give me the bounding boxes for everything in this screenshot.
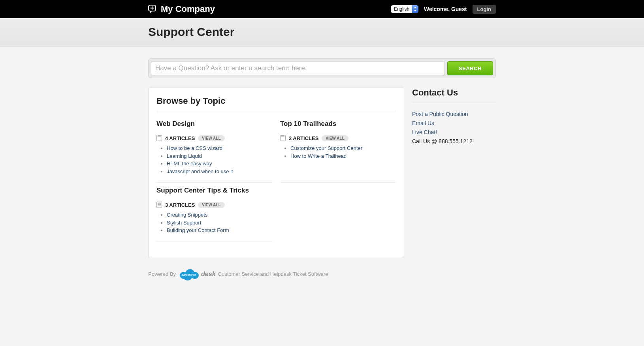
search-button[interactable]: SEARCH bbox=[447, 61, 493, 75]
article-link[interactable]: How to be a CSS wizard bbox=[167, 145, 222, 151]
contact-link[interactable]: Live Chat! bbox=[412, 129, 437, 135]
contact-sidebar: Contact Us Post a Public QuestionEmail U… bbox=[412, 88, 496, 146]
company-name: My Company bbox=[161, 4, 215, 14]
powered-by-label: Powered By bbox=[148, 271, 176, 277]
article-link[interactable]: Customize your Support Center bbox=[290, 145, 362, 151]
article-link[interactable]: HTML the easy way bbox=[167, 161, 212, 166]
topic-title: Support Center Tips & Tricks bbox=[156, 187, 272, 195]
language-select-wrap: English bbox=[391, 5, 418, 13]
desk-logo-text: desk bbox=[201, 271, 215, 278]
article-link[interactable]: Learning Liquid bbox=[167, 153, 202, 159]
document-icon bbox=[280, 135, 286, 141]
contact-heading: Contact Us bbox=[412, 88, 496, 103]
topic-block: Top 10 Trailheads2 ARTICLESVIEW ALLCusto… bbox=[280, 120, 396, 183]
footer: Powered By salesforce desk Customer Serv… bbox=[148, 267, 496, 305]
list-item: HTML the easy way bbox=[167, 160, 272, 168]
view-all-button[interactable]: VIEW ALL bbox=[322, 135, 348, 141]
list-item: Building your Contact Form bbox=[167, 226, 272, 234]
language-select[interactable]: English bbox=[391, 5, 418, 13]
topic-meta: 4 ARTICLESVIEW ALL bbox=[156, 135, 272, 141]
logo[interactable]: My Company bbox=[148, 4, 215, 14]
article-list: Customize your Support CenterHow to Writ… bbox=[290, 144, 396, 160]
article-count: 3 ARTICLES bbox=[165, 202, 195, 208]
contact-link[interactable]: Post a Public Question bbox=[412, 111, 468, 117]
page-title: Support Center bbox=[148, 25, 496, 39]
titlebar: Support Center bbox=[0, 18, 644, 47]
welcome-text: Welcome, Guest bbox=[424, 6, 467, 12]
contact-link[interactable]: Email Us bbox=[412, 120, 434, 126]
article-link[interactable]: Building your Contact Form bbox=[167, 227, 229, 233]
topic-title: Web Design bbox=[156, 120, 272, 128]
list-item: How to Write a Trailhead bbox=[290, 152, 396, 160]
contact-phone: Call Us @ 888.555.1212 bbox=[412, 137, 496, 146]
browse-panel: Browse by Topic Web Design4 ARTICLESVIEW… bbox=[148, 88, 404, 258]
topic-block: Web Design4 ARTICLESVIEW ALLHow to be a … bbox=[156, 120, 272, 183]
topic-meta: 2 ARTICLESVIEW ALL bbox=[280, 135, 396, 141]
topic-title: Top 10 Trailheads bbox=[280, 120, 396, 128]
article-list: Creating SnippetsStylish SupportBuilding… bbox=[167, 211, 272, 234]
login-button[interactable]: Login bbox=[473, 5, 496, 14]
list-item: Learning Liquid bbox=[167, 152, 272, 160]
article-link[interactable]: Creating Snippets bbox=[167, 212, 207, 218]
topic-meta: 3 ARTICLESVIEW ALL bbox=[156, 202, 272, 208]
list-item: Stylish Support bbox=[167, 219, 272, 227]
chat-plus-icon bbox=[148, 5, 157, 13]
svg-text:salesforce: salesforce bbox=[182, 273, 196, 277]
article-count: 2 ARTICLES bbox=[289, 135, 318, 141]
search-bar: SEARCH bbox=[148, 58, 496, 78]
search-input[interactable] bbox=[151, 61, 445, 75]
document-icon bbox=[156, 202, 162, 208]
view-all-button[interactable]: VIEW ALL bbox=[198, 135, 224, 141]
article-link[interactable]: How to Write a Trailhead bbox=[290, 153, 346, 159]
list-item: Creating Snippets bbox=[167, 211, 272, 219]
topbar: My Company English Welcome, Guest Login bbox=[0, 0, 644, 18]
salesforce-cloud-icon: salesforce bbox=[178, 267, 200, 281]
browse-heading: Browse by Topic bbox=[156, 96, 396, 111]
topic-block: Support Center Tips & Tricks3 ARTICLESVI… bbox=[156, 187, 272, 242]
list-item: Customize your Support Center bbox=[290, 144, 396, 152]
article-link[interactable]: Javascript and when to use it bbox=[167, 168, 233, 174]
view-all-button[interactable]: VIEW ALL bbox=[198, 202, 224, 208]
list-item: How to be a CSS wizard bbox=[167, 144, 272, 152]
document-icon bbox=[156, 135, 162, 141]
footer-tagline: Customer Service and Helpdesk Ticket Sof… bbox=[218, 271, 328, 277]
article-count: 4 ARTICLES bbox=[165, 135, 195, 141]
list-item: Javascript and when to use it bbox=[167, 168, 272, 176]
article-list: How to be a CSS wizardLearning LiquidHTM… bbox=[167, 144, 272, 175]
article-link[interactable]: Stylish Support bbox=[167, 220, 201, 226]
